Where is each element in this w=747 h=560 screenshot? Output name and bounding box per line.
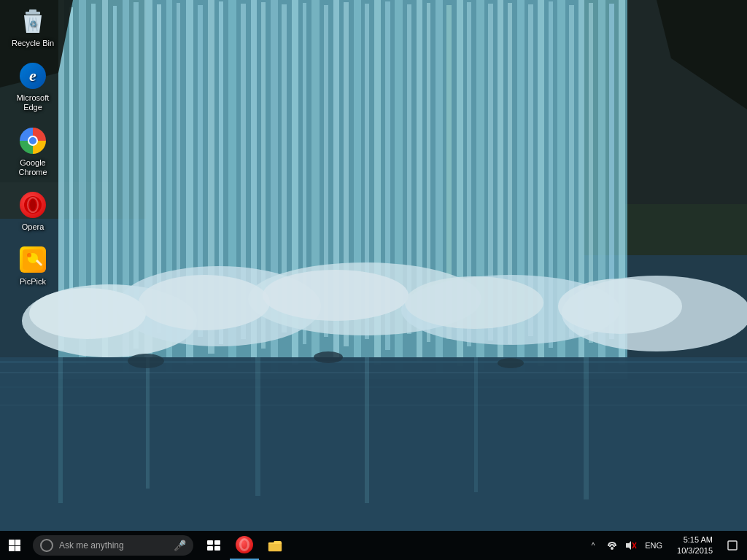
picpick-label: PicPick <box>20 277 46 287</box>
picpick-image <box>18 245 47 274</box>
expand-tray-button[interactable]: ^ <box>586 538 600 553</box>
svg-rect-106 <box>207 546 213 551</box>
microsoft-edge-icon[interactable]: e Microsoft Edge <box>4 58 62 115</box>
svg-rect-113 <box>728 541 737 550</box>
task-view-button[interactable] <box>199 531 228 560</box>
file-explorer-taskbar-button[interactable] <box>260 531 290 560</box>
svg-point-102 <box>27 253 31 257</box>
desktop: ♻ Recycle Bin e Microsoft Edge <box>0 0 747 560</box>
svg-marker-110 <box>626 541 631 550</box>
google-chrome-icon[interactable]: Google Chrome <box>4 123 62 180</box>
recycle-bin-icon[interactable]: ♻ Recycle Bin <box>4 4 62 51</box>
desktop-icons: ♻ Recycle Bin e Microsoft Edge <box>4 4 62 289</box>
google-chrome-label: Google Chrome <box>7 158 59 177</box>
svg-point-109 <box>611 547 614 550</box>
recycle-bin-label: Recycle Bin <box>12 39 54 48</box>
notification-center-button[interactable] <box>721 531 743 560</box>
taskbar-center <box>199 531 290 560</box>
network-icon[interactable] <box>605 538 619 553</box>
microphone-icon[interactable]: 🎤 <box>174 540 186 551</box>
opera-label: Opera <box>22 222 44 232</box>
microsoft-edge-label: Microsoft Edge <box>7 93 59 112</box>
recycle-bin-image: ♻ <box>18 7 47 36</box>
chrome-image <box>18 126 47 155</box>
opera-taskbar-button[interactable] <box>230 531 259 560</box>
taskbar: Ask me anything 🎤 <box>0 531 747 560</box>
svg-rect-86 <box>0 0 747 531</box>
search-placeholder: Ask me anything <box>59 540 174 551</box>
opera-image <box>18 190 47 219</box>
volume-icon[interactable] <box>624 538 638 553</box>
start-button[interactable] <box>0 531 29 560</box>
svg-rect-105 <box>214 540 220 545</box>
edge-image: e <box>18 61 47 90</box>
system-tray: ^ <box>586 531 747 560</box>
svg-rect-107 <box>214 546 220 551</box>
search-bar[interactable]: Ask me anything 🎤 <box>33 535 193 556</box>
system-tray-icons: ^ <box>586 538 665 553</box>
language-icon[interactable]: ENG <box>643 538 665 553</box>
svg-rect-104 <box>207 540 213 545</box>
svg-rect-90 <box>29 9 36 12</box>
clock-date: 10/3/2015 <box>677 545 713 556</box>
clock[interactable]: 5:15 AM 10/3/2015 <box>671 534 719 557</box>
windows-logo-icon <box>9 540 20 551</box>
cortana-icon <box>40 539 53 552</box>
picpick-icon[interactable]: PicPick <box>4 242 62 289</box>
opera-icon[interactable]: Opera <box>4 187 62 235</box>
clock-time: 5:15 AM <box>684 534 713 545</box>
svg-point-99 <box>30 199 36 211</box>
